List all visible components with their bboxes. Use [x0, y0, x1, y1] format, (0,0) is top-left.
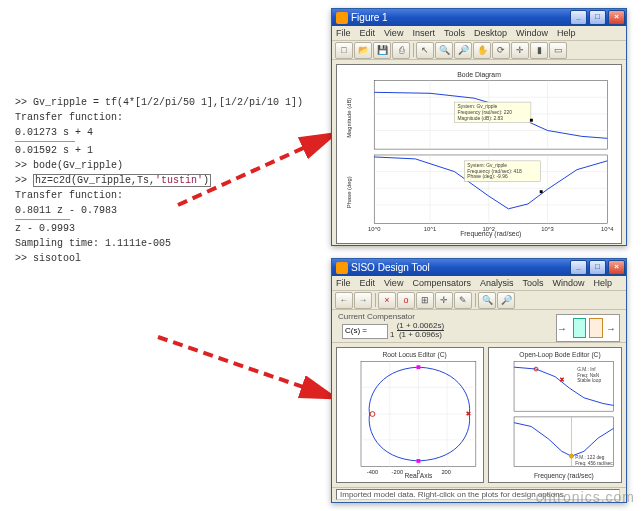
menu-view[interactable]: View — [384, 28, 403, 38]
svg-rect-11 — [530, 119, 533, 122]
bode-plot[interactable]: Bode Diagram System: Gv_ripple Frequency… — [336, 64, 622, 244]
menu-analysis[interactable]: Analysis — [480, 278, 514, 288]
open-icon[interactable]: 📂 — [354, 42, 372, 59]
menu-view[interactable]: View — [384, 278, 403, 288]
minimize-button[interactable]: _ — [570, 260, 587, 275]
console-line: >> hz=c2d(Gv_ripple,Ts,'tustin') — [15, 173, 215, 188]
menu-file[interactable]: File — [336, 28, 351, 38]
titlebar[interactable]: SISO Design Tool _ □ × — [332, 259, 626, 276]
console-line: >> sisotool — [15, 251, 215, 266]
o-icon[interactable]: o — [397, 292, 415, 309]
toolbar[interactable]: ← → × o ⊞ ✛ ✎ 🔍 🔎 — [332, 291, 626, 310]
menu-window[interactable]: Window — [516, 28, 548, 38]
new-icon[interactable]: □ — [335, 42, 353, 59]
menu-window[interactable]: Window — [552, 278, 584, 288]
svg-text:Phase (deg): -9.96: Phase (deg): -9.96 — [467, 174, 508, 179]
menu-insert[interactable]: Insert — [412, 28, 435, 38]
zoom-out-icon[interactable]: 🔎 — [497, 292, 515, 309]
watermark: cntronics.com — [536, 489, 635, 505]
menu-file[interactable]: File — [336, 278, 351, 288]
svg-text:Frequency (rad/sec): 418: Frequency (rad/sec): 418 — [467, 169, 522, 174]
back-arrow-icon[interactable]: ← — [335, 292, 353, 309]
menu-help[interactable]: Help — [557, 28, 576, 38]
svg-point-58 — [569, 454, 573, 458]
svg-text:Frequency (rad/sec): Frequency (rad/sec) — [534, 472, 594, 480]
svg-text:Stable loop: Stable loop — [577, 378, 601, 383]
grid-icon[interactable]: ⊞ — [416, 292, 434, 309]
svg-text:Root Locus Editor (C): Root Locus Editor (C) — [382, 351, 446, 359]
menu-compensators[interactable]: Compensators — [412, 278, 471, 288]
console-line: >> bode(Gv_ripple) — [15, 158, 215, 173]
titlebar[interactable]: Figure 1 _ □ × — [332, 9, 626, 26]
legend-icon[interactable]: ▭ — [549, 42, 567, 59]
block-diagram-icon[interactable]: →→ — [556, 314, 620, 342]
svg-text:10^0: 10^0 — [368, 226, 381, 232]
forward-arrow-icon[interactable]: → — [354, 292, 372, 309]
svg-text:Freq: 456 rad/sec: Freq: 456 rad/sec — [575, 461, 613, 466]
compensator-equation: 1 (1 + 0.0062s) (1 + 0.096s) — [390, 322, 444, 339]
svg-text:10^4: 10^4 — [601, 226, 614, 232]
pan-icon[interactable]: ✋ — [473, 42, 491, 59]
rotate-icon[interactable]: ⟳ — [492, 42, 510, 59]
menu-tools[interactable]: Tools — [522, 278, 543, 288]
svg-text:×: × — [466, 409, 470, 418]
matlab-console-output: >> Gv_ripple = tf(4*[1/2/pi/50 1],[1/2/p… — [15, 95, 215, 266]
svg-text:200: 200 — [441, 469, 451, 475]
svg-text:10^3: 10^3 — [541, 226, 554, 232]
root-locus-plot[interactable]: Root Locus Editor (C) × Real Axis -400 -… — [336, 347, 484, 483]
crosshair-icon[interactable]: ✛ — [435, 292, 453, 309]
pencil-icon[interactable]: ✎ — [454, 292, 472, 309]
compensator-select[interactable]: C(s) = — [342, 324, 388, 339]
compensator-label: Current Compensator — [338, 312, 415, 321]
svg-text:G.M.: Inf: G.M.: Inf — [577, 367, 596, 372]
window-title: Figure 1 — [351, 12, 388, 23]
x-icon[interactable]: × — [378, 292, 396, 309]
print-icon[interactable]: ⎙ — [392, 42, 410, 59]
svg-text:P.M.: 122 deg: P.M.: 122 deg — [575, 455, 604, 460]
svg-text:Open-Loop Bode Editor (C): Open-Loop Bode Editor (C) — [519, 351, 600, 359]
console-line: Transfer function: — [15, 188, 215, 203]
menu-help[interactable]: Help — [593, 278, 612, 288]
minimize-button[interactable]: _ — [570, 10, 587, 25]
svg-text:×: × — [560, 376, 564, 383]
menu-edit[interactable]: Edit — [360, 28, 376, 38]
console-line: Sampling time: 1.1111e-005 — [15, 236, 215, 251]
svg-text:Phase (deg): Phase (deg) — [346, 176, 352, 208]
pointer-icon[interactable]: ↖ — [416, 42, 434, 59]
svg-rect-40 — [417, 365, 421, 369]
zoom-in-icon[interactable]: 🔍 — [435, 42, 453, 59]
close-button[interactable]: × — [608, 260, 625, 275]
maximize-button[interactable]: □ — [589, 10, 606, 25]
zoom-out-icon[interactable]: 🔎 — [454, 42, 472, 59]
svg-text:10^1: 10^1 — [424, 226, 437, 232]
console-line: 0.01592 s + 1 — [15, 143, 215, 158]
svg-text:-400: -400 — [367, 469, 378, 475]
svg-text:0: 0 — [417, 469, 420, 475]
toolbar[interactable]: □ 📂 💾 ⎙ ↖ 🔍 🔎 ✋ ⟳ ✛ ▮ ▭ — [332, 41, 626, 60]
close-button[interactable]: × — [608, 10, 625, 25]
svg-text:10^2: 10^2 — [483, 226, 496, 232]
plot-title: Bode Diagram — [457, 71, 501, 79]
console-line: z - 0.9993 — [15, 221, 215, 236]
openloop-bode-plot[interactable]: Open-Loop Bode Editor (C) × G.M.: Inf Fr… — [488, 347, 622, 483]
siso-window[interactable]: SISO Design Tool _ □ × File Edit View Co… — [331, 258, 627, 503]
menu-desktop[interactable]: Desktop — [474, 28, 507, 38]
figure-window[interactable]: Figure 1 _ □ × File Edit View Insert Too… — [331, 8, 627, 246]
svg-text:System: Gv_ripple: System: Gv_ripple — [467, 163, 507, 168]
menu-edit[interactable]: Edit — [360, 278, 376, 288]
save-icon[interactable]: 💾 — [373, 42, 391, 59]
menu-bar[interactable]: File Edit View Compensators Analysis Too… — [332, 276, 626, 291]
data-cursor-icon[interactable]: ✛ — [511, 42, 529, 59]
zoom-in-icon[interactable]: 🔍 — [478, 292, 496, 309]
svg-text:Magnitude (dB): 2.83: Magnitude (dB): 2.83 — [457, 116, 503, 121]
console-line: >> Gv_ripple = tf(4*[1/2/pi/50 1],[1/2/p… — [15, 95, 215, 110]
maximize-button[interactable]: □ — [589, 260, 606, 275]
svg-text:-200: -200 — [392, 469, 403, 475]
svg-text:Frequency (rad/sec): 220: Frequency (rad/sec): 220 — [457, 110, 512, 115]
console-line: 0.8011 z - 0.7983 — [15, 203, 215, 218]
colorbar-icon[interactable]: ▮ — [530, 42, 548, 59]
console-line: 0.01273 s + 4 — [15, 125, 215, 140]
svg-rect-24 — [540, 190, 543, 193]
menu-bar[interactable]: File Edit View Insert Tools Desktop Wind… — [332, 26, 626, 41]
menu-tools[interactable]: Tools — [444, 28, 465, 38]
